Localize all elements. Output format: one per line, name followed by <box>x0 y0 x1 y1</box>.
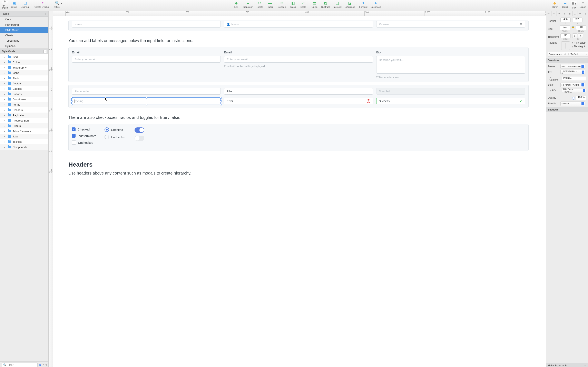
selection-handle[interactable] <box>220 100 222 102</box>
distribute-v-icon[interactable]: ⇕ <box>583 11 588 16</box>
layer-dropdowns[interactable]: ▸Dropdowns <box>0 97 48 102</box>
chevron-right-icon[interactable]: ▸ <box>4 72 6 74</box>
layer-tabs[interactable]: ▸Tabs <box>0 134 48 139</box>
chevron-right-icon[interactable]: ▸ <box>4 146 6 148</box>
layer-sliders[interactable]: ▸Sliders <box>0 123 48 128</box>
selection-handle[interactable] <box>71 100 72 102</box>
symbol-select[interactable]: Components…ult / L / Default⌄ <box>548 52 588 57</box>
chevron-right-icon[interactable]: ▸ <box>4 61 6 63</box>
rotate-input[interactable]: 0º <box>561 33 571 38</box>
page-item-docs[interactable]: Docs <box>0 17 48 22</box>
chevron-right-icon[interactable]: ▸ <box>4 119 6 122</box>
chevron-right-icon[interactable]: ▸ <box>4 98 6 100</box>
overlay-icon[interactable]: ▣ <box>39 364 41 366</box>
ungroup-tool[interactable]: ▢Ungroup <box>21 1 29 8</box>
rotate-tool[interactable]: ⟳Rotate <box>256 1 263 8</box>
size-w-input[interactable]: 245 <box>560 25 570 30</box>
page-item-typography[interactable]: Typography <box>0 38 48 43</box>
align-middle-v-icon[interactable]: ≣ <box>567 11 572 16</box>
mask-tool[interactable]: ◧Mask <box>290 1 296 8</box>
layer-buttons[interactable]: ▸Buttons <box>0 91 48 97</box>
chevron-right-icon[interactable]: ▸ <box>4 56 6 58</box>
selection-handle[interactable] <box>146 97 147 99</box>
layer-grid[interactable]: ▸Grid <box>0 54 48 59</box>
override-state-select[interactable]: Fill / Input / Active⌄ <box>561 83 585 87</box>
page-item-symbols[interactable]: Symbols <box>0 43 48 49</box>
override-text-select[interactable]: Text / Regular L / Bl…⌄ <box>561 70 585 75</box>
layer-compounds[interactable]: ▸Compounds <box>0 144 48 150</box>
align-top-icon[interactable]: ⤒ <box>562 11 567 16</box>
group-tool[interactable]: ▣Group <box>11 1 17 8</box>
resizing-control[interactable] <box>561 42 570 50</box>
subtract-tool[interactable]: ◩Subtract <box>321 1 329 8</box>
collapse-layers-icon[interactable]: ▴ <box>43 50 47 53</box>
chevron-right-icon[interactable]: ▸ <box>4 109 6 111</box>
override-content-input[interactable]: Typing… <box>562 76 586 81</box>
chevron-right-icon[interactable]: ▸ <box>4 114 6 117</box>
create-symbol-tool[interactable]: ⟳ Create Symbol <box>34 1 50 8</box>
layer-typography[interactable]: ▸Typography <box>0 65 48 70</box>
export-tool[interactable]: ⇪Export <box>579 1 586 8</box>
cloud-tool[interactable]: ☁︎Cloud <box>562 1 568 8</box>
add-export-icon[interactable]: ＋ <box>584 364 586 367</box>
selection-handle[interactable] <box>71 104 72 105</box>
selection-handle[interactable] <box>146 104 147 105</box>
position-y-input[interactable]: 6120 <box>572 17 582 22</box>
backward-tool[interactable]: ⬇︎Backward <box>371 1 380 8</box>
flatten-tool[interactable]: ▬Flatten <box>267 1 274 8</box>
flip-v-icon[interactable]: ▶ <box>578 33 583 38</box>
flip-h-icon[interactable]: ▲ <box>572 33 577 38</box>
layer-progress-bars[interactable]: ▸Progress Bars <box>0 118 48 123</box>
opacity-slider[interactable] <box>561 98 575 98</box>
chevron-right-icon[interactable]: ▸ <box>4 67 6 69</box>
override-pointer-select[interactable]: Misc / Show Pointer⌄ <box>561 64 585 69</box>
scale-tool[interactable]: ⤢Scale <box>300 1 307 8</box>
layer-table-elements[interactable]: ▸Table Elements <box>0 128 48 134</box>
chevron-right-icon[interactable]: ▸ <box>4 82 6 85</box>
opacity-input[interactable]: 100 % <box>576 96 586 100</box>
override-bg-select[interactable]: Fill / Color / Round…⌄ <box>562 88 586 93</box>
page-item-style-guide[interactable]: Style Guide <box>0 27 48 33</box>
position-x-input[interactable]: 436 <box>561 17 571 22</box>
chevron-right-icon[interactable]: ▸ <box>4 88 6 90</box>
zoom-tool[interactable]: −🔍▾ 100% <box>52 1 62 8</box>
blending-select[interactable]: Normal⌄ <box>561 101 585 106</box>
canvas[interactable]: Name… 👤Name… Password…👁 You can add labe… <box>53 16 546 367</box>
add-shadow-icon[interactable]: ＋ <box>584 108 586 111</box>
layer-headers[interactable]: ▸Headers <box>0 107 48 113</box>
chevron-right-icon[interactable]: ▸ <box>4 135 6 138</box>
inspector-align-bar[interactable]: ⇤ ≡ ⇥ ⤒ ≣ ⤓ ⇔ ⇕ <box>546 11 588 16</box>
chevron-right-icon[interactable]: ▸ <box>4 93 6 95</box>
fix-height-toggle[interactable]: ↕ Fix Height <box>572 45 586 48</box>
chevron-right-icon[interactable]: ▸ <box>4 125 6 127</box>
selection-handle[interactable] <box>71 97 72 99</box>
chevron-right-icon[interactable]: ▸ <box>4 104 6 106</box>
insert-tool[interactable]: ＋▾ Insert <box>2 1 9 9</box>
slice-icon[interactable]: ✎ <box>43 364 44 366</box>
distribute-h-icon[interactable]: ⇔ <box>578 11 583 16</box>
align-right-icon[interactable]: ⇥ <box>557 11 562 16</box>
union-tool[interactable]: ⬒Union <box>311 1 318 8</box>
align-bottom-icon[interactable]: ⤓ <box>572 11 578 16</box>
scissors-tool[interactable]: ✂︎Scissors <box>278 1 286 8</box>
chevron-right-icon[interactable]: ▸ <box>4 141 6 143</box>
mirror-tool[interactable]: ◆Mirror <box>551 1 558 8</box>
layer-colors[interactable]: ▸Colors <box>0 59 48 65</box>
align-center-h-icon[interactable]: ≡ <box>552 11 557 16</box>
fix-width-toggle[interactable]: ⟷ Fix Width <box>572 42 586 44</box>
view-tool[interactable]: ⊞▾View <box>571 1 577 9</box>
edit-tool[interactable]: ◆Edit <box>233 1 240 8</box>
difference-tool[interactable]: ◪Difference <box>345 1 355 8</box>
size-h-input[interactable]: 40 <box>576 25 586 30</box>
transform-tool[interactable]: ▰Transform <box>243 1 253 8</box>
layer-alerts[interactable]: ▸Alerts <box>0 75 48 81</box>
filter-input[interactable]: 🔍 Filter <box>2 362 38 367</box>
lock-icon[interactable]: 🔒 <box>572 25 575 32</box>
chevron-right-icon[interactable]: ▸ <box>4 77 6 79</box>
layer-pagination[interactable]: ▸Pagination <box>0 113 48 118</box>
layer-tooltips[interactable]: ▸Tooltips <box>0 139 48 144</box>
add-page-icon[interactable]: ＋ <box>44 12 47 16</box>
layer-badges[interactable]: ▸Badges <box>0 86 48 91</box>
page-item-charts[interactable]: Charts <box>0 33 48 38</box>
page-item-playground[interactable]: Playground <box>0 22 48 27</box>
